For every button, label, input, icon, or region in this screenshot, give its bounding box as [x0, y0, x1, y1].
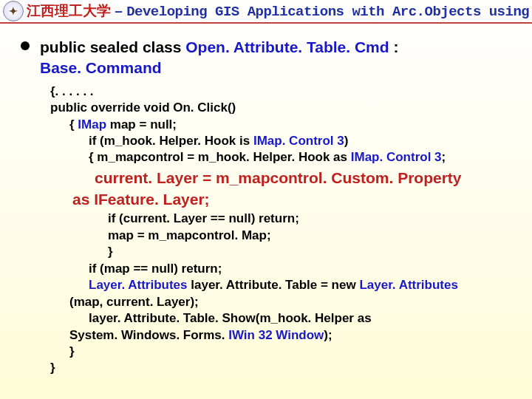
code-line: } [50, 344, 517, 360]
code-line: if (current. Layer == null) return; [50, 211, 517, 227]
slide-header: ✦ 江西理工大学 – Developing GIS Applications w… [0, 0, 532, 24]
code-text: System. Windows. Forms. [69, 328, 228, 342]
highlighted-code: current. Layer = m_mapcontrol. Custom. P… [50, 168, 517, 188]
type-name: IMap [78, 117, 109, 132]
header-english: Developing GIS Applications with Arc.Obj… [126, 4, 532, 20]
code-text: ) [344, 134, 349, 148]
code-line: layer. Attribute. Table. Show(m_hook. He… [50, 310, 517, 327]
code-line: public override void On. Click() [50, 100, 517, 116]
code-text: if (m_hook. Helper. Hook is [89, 134, 253, 148]
brace: { [69, 117, 78, 132]
code-line: } [50, 244, 517, 260]
keyword: public override void [50, 100, 173, 115]
header-separator: – [111, 3, 126, 18]
bullet-icon [21, 41, 30, 50]
header-title: 江西理工大学 – Developing GIS Applications wit… [27, 1, 532, 21]
bullet-item: public sealed class Open. Attribute. Tab… [21, 37, 517, 79]
code-line: } [50, 360, 517, 376]
code-text: map = null; [110, 117, 177, 132]
type-name: Layer. Attributes [359, 278, 458, 292]
code-line: {. . . . . . [50, 83, 517, 100]
university-logo-icon: ✦ [3, 1, 24, 21]
header-chinese: 江西理工大学 [27, 3, 111, 18]
code-line: map = m_mapcontrol. Map; [50, 228, 517, 244]
highlighted-code: as IFeature. Layer; [50, 189, 517, 209]
code-line: if (map == null) return; [50, 261, 517, 277]
type-name: Layer. Attributes [89, 278, 191, 292]
colon: : [393, 38, 398, 55]
code-text: ); [324, 328, 332, 342]
class-name: Open. Attribute. Table. Cmd [185, 38, 393, 55]
class-declaration: public sealed class Open. Attribute. Tab… [40, 37, 398, 79]
code-line: { IMap map = null; [50, 117, 517, 133]
method-name: On. Click() [173, 100, 236, 115]
code-line: (map, current. Layer); [50, 294, 517, 310]
keyword: public sealed class [40, 38, 185, 55]
code-line: System. Windows. Forms. IWin 32 Window); [50, 327, 517, 344]
code-text: ; [442, 150, 446, 164]
code-line: if (m_hook. Helper. Hook is IMap. Contro… [50, 133, 517, 149]
type-name: IMap. Control 3 [253, 134, 344, 148]
type-name: IMap. Control 3 [351, 150, 442, 164]
base-class-name: Base. Command [40, 59, 162, 76]
type-name: IWin 32 Window [228, 328, 324, 342]
code-text: layer. Attribute. Table = new [191, 278, 359, 292]
code-line: { m_mapcontrol = m_hook. Helper. Hook as… [50, 149, 517, 166]
code-block: {. . . . . . public override void On. Cl… [50, 83, 517, 377]
code-line: Layer. Attributes layer. Attribute. Tabl… [50, 277, 517, 293]
slide-content: public sealed class Open. Attribute. Tab… [0, 24, 532, 384]
code-text: { m_mapcontrol = m_hook. Helper. Hook as [89, 150, 351, 164]
logo-glyph: ✦ [9, 5, 18, 17]
